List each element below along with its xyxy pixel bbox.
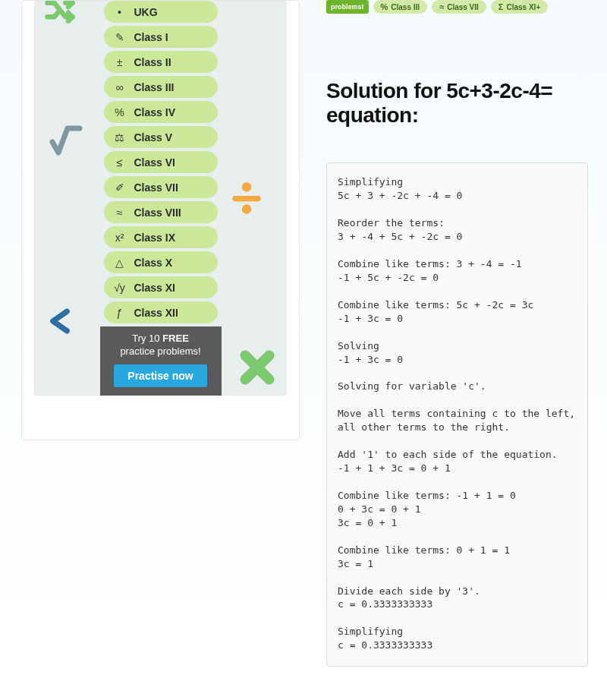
approx-icon: ≈	[439, 2, 444, 11]
cta-text-1: Try 10	[132, 333, 162, 344]
class-item-vi[interactable]: ≤ Class VI	[104, 151, 218, 173]
class-label: Class II	[134, 56, 171, 68]
xsquared-icon: x²	[113, 232, 127, 244]
class-label: Class XI	[134, 282, 175, 294]
balance-icon: ⚖	[113, 131, 127, 143]
class-label: Class I	[134, 31, 168, 43]
less-than-icon	[43, 304, 77, 341]
pencil-icon: ✎	[113, 31, 127, 43]
solution-box: Simplifying 5c + 3 + -2c + -4 = 0 Reorde…	[326, 162, 588, 667]
class-item-viii[interactable]: ≈ Class VIII	[104, 201, 218, 223]
class-list: • UKG ✎ Class I ± Class II ∞ Class III %…	[104, 1, 218, 323]
class-item-ukg[interactable]: • UKG	[104, 1, 218, 23]
function-icon: ƒ	[113, 307, 127, 319]
percent-icon: %	[381, 2, 388, 11]
solution-title: Solution for 5c+3-2c-4= equation:	[326, 79, 588, 128]
root-y-icon: √y	[113, 282, 127, 294]
svg-line-3	[245, 355, 269, 380]
tag-label: Class III	[391, 3, 420, 11]
percent-icon: %	[113, 106, 127, 118]
cta-bar: Try 10 FREE practice problems! Practise …	[100, 326, 222, 396]
sidebar-ad-area: • UKG ✎ Class I ± Class II ∞ Class III %…	[34, 1, 287, 396]
class-item-ii[interactable]: ± Class II	[104, 51, 218, 73]
class-label: UKG	[134, 6, 158, 18]
svg-point-0	[242, 182, 252, 192]
class-label: Class VI	[134, 156, 175, 169]
square-root-icon	[48, 122, 84, 162]
solution-steps: Simplifying 5c + 3 + -2c + -4 = 0 Reorde…	[338, 175, 577, 652]
infinity-icon: ∞	[113, 81, 127, 93]
class-label: Class IV	[134, 106, 175, 118]
svg-point-2	[242, 204, 252, 214]
class-label: Class VIII	[134, 207, 181, 219]
plusminus-icon: ±	[113, 56, 127, 68]
tag-class-xi-plus[interactable]: Σ Class XI+	[491, 0, 548, 14]
top-tag-row: problems! % Class III ≈ Class VII Σ Clas…	[326, 0, 588, 14]
sidebar-ad-card: • UKG ✎ Class I ± Class II ∞ Class III %…	[21, 0, 300, 440]
class-item-x[interactable]: △ Class X	[104, 251, 218, 273]
cta-text-2: practice problems!	[120, 345, 200, 357]
svg-rect-1	[232, 196, 261, 201]
tag-class-iii[interactable]: % Class III	[373, 0, 428, 14]
practise-now-button[interactable]: Practise now	[114, 364, 206, 387]
class-item-v[interactable]: ⚖ Class V	[104, 126, 218, 148]
lte-icon: ≤	[113, 156, 127, 169]
class-label: Class III	[134, 81, 175, 93]
class-label: Class IX	[134, 232, 175, 244]
class-label: Class XII	[134, 307, 178, 319]
sigma-icon: Σ	[498, 2, 504, 11]
dot-icon: •	[113, 6, 127, 18]
class-label: Class X	[134, 257, 173, 269]
triangle-icon: △	[113, 257, 127, 269]
divide-icon	[228, 179, 266, 220]
class-item-xii[interactable]: ƒ Class XII	[104, 301, 218, 323]
pen-icon: ✐	[113, 181, 127, 194]
main-content: problems! % Class III ≈ Class VII Σ Clas…	[326, 0, 588, 700]
tag-class-vii[interactable]: ≈ Class VII	[432, 0, 486, 14]
tag-label: Class XI+	[506, 3, 540, 11]
class-item-ix[interactable]: x² Class IX	[104, 226, 218, 248]
tag-problems[interactable]: problems!	[326, 0, 369, 14]
class-item-i[interactable]: ✎ Class I	[104, 26, 218, 48]
class-item-vii[interactable]: ✐ Class VII	[104, 176, 218, 198]
svg-line-4	[245, 355, 269, 380]
approx-icon: ≈	[113, 207, 127, 219]
shuffle-icon	[43, 1, 77, 34]
class-item-xi[interactable]: √y Class XI	[104, 276, 218, 298]
class-item-iii[interactable]: ∞ Class III	[104, 76, 218, 98]
tag-label: Class VII	[447, 3, 479, 11]
multiply-icon	[237, 347, 278, 391]
class-item-iv[interactable]: % Class IV	[104, 101, 218, 123]
class-label: Class V	[134, 131, 173, 143]
cta-text-free: FREE	[162, 333, 189, 344]
class-label: Class VII	[134, 181, 178, 194]
cta-text: Try 10 FREE practice problems!	[105, 333, 217, 358]
